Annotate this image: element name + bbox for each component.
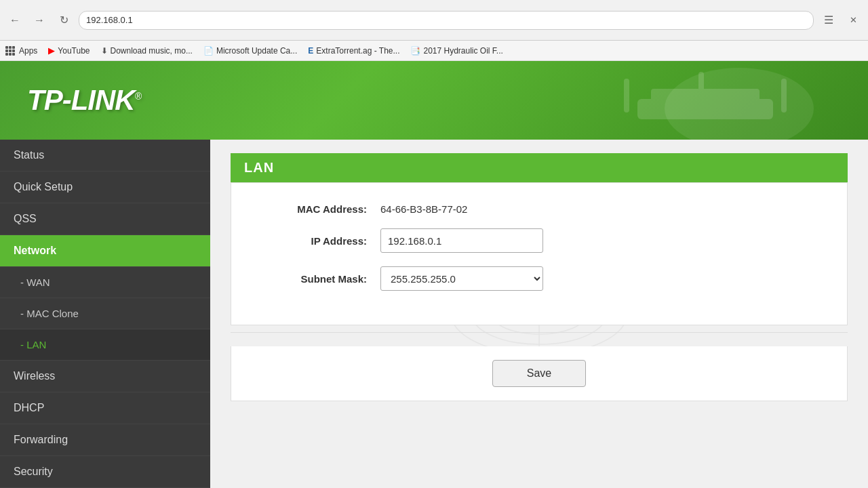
content-inner: LAN MAC Address: 64-66-B3-8B-77-02 bbox=[210, 140, 868, 415]
subnet-mask-select[interactable]: 255.255.255.0 255.255.0.0 255.0.0.0 bbox=[380, 266, 543, 291]
sidebar: Status Quick Setup QSS Network - WAN - M… bbox=[0, 140, 210, 488]
bookmark-hydraulic-label: 2017 Hydraulic Oil F... bbox=[423, 46, 502, 56]
svg-rect-3 bbox=[781, 79, 787, 113]
subnet-mask-row: Subnet Mask: 255.255.255.0 255.255.0.0 2… bbox=[245, 266, 833, 291]
ip-address-label: IP Address: bbox=[245, 235, 380, 247]
sidebar-item-wireless[interactable]: Wireless bbox=[0, 361, 210, 392]
back-button[interactable]: ← bbox=[5, 11, 24, 30]
tp-link-header: TP-LINK® bbox=[0, 61, 868, 140]
form-divider bbox=[231, 332, 848, 333]
forward-button[interactable]: → bbox=[30, 11, 49, 30]
sidebar-item-forwarding[interactable]: Forwarding bbox=[0, 424, 210, 456]
ip-address-row: IP Address: bbox=[245, 228, 833, 253]
et-icon: E bbox=[308, 46, 313, 56]
download-icon: ⬇ bbox=[101, 46, 108, 56]
mac-address-row: MAC Address: 64-66-B3-8B-77-02 bbox=[245, 203, 833, 215]
main-area: Status Quick Setup QSS Network - WAN - M… bbox=[0, 140, 868, 488]
bookmark-apps-label: Apps bbox=[19, 46, 37, 56]
bookmark-download[interactable]: ⬇ Download music, mo... bbox=[101, 46, 193, 56]
document-icon: 📄 bbox=[203, 46, 214, 56]
menu-button[interactable]: ☰ bbox=[819, 11, 838, 30]
close-button[interactable]: ✕ bbox=[844, 11, 863, 30]
save-section: Save bbox=[231, 346, 848, 401]
subnet-mask-label: Subnet Mask: bbox=[245, 273, 380, 285]
mac-address-label: MAC Address: bbox=[245, 203, 380, 215]
refresh-button[interactable]: ↻ bbox=[54, 11, 73, 30]
youtube-icon: ▶ bbox=[48, 45, 55, 56]
svg-rect-4 bbox=[698, 72, 704, 102]
bookmark-microsoft[interactable]: 📄 Microsoft Update Ca... bbox=[203, 46, 297, 56]
bookmark-download-label: Download music, mo... bbox=[111, 46, 193, 56]
bookmark-et-label: ExtraTorrent.ag - The... bbox=[316, 46, 399, 56]
sidebar-item-quick-setup[interactable]: Quick Setup bbox=[0, 171, 210, 203]
bookmark-youtube[interactable]: ▶ YouTube bbox=[48, 45, 90, 56]
logo-trademark: ® bbox=[135, 91, 141, 102]
apps-grid-icon bbox=[5, 46, 15, 56]
save-button[interactable]: Save bbox=[492, 360, 586, 387]
ip-address-input[interactable] bbox=[380, 228, 543, 253]
sidebar-item-status[interactable]: Status bbox=[0, 140, 210, 171]
address-bar[interactable] bbox=[79, 11, 814, 30]
bookmark-extratorrents[interactable]: E ExtraTorrent.ag - The... bbox=[308, 46, 399, 56]
svg-point-6 bbox=[675, 109, 682, 116]
tp-link-logo: TP-LINK® bbox=[27, 84, 141, 117]
bookmark-youtube-label: YouTube bbox=[58, 46, 90, 56]
mac-address-value: 64-66-B3-8B-77-02 bbox=[380, 203, 467, 215]
sidebar-item-network[interactable]: Network bbox=[0, 235, 210, 267]
svg-rect-2 bbox=[624, 79, 629, 113]
form-section: MAC Address: 64-66-B3-8B-77-02 IP Addres… bbox=[231, 182, 848, 325]
router-decoration bbox=[610, 61, 800, 140]
svg-rect-1 bbox=[651, 89, 760, 102]
bookmarks-bar: Apps ▶ YouTube ⬇ Download music, mo... 📄… bbox=[0, 41, 868, 61]
bookmark-microsoft-label: Microsoft Update Ca... bbox=[216, 46, 297, 56]
section-header: LAN bbox=[231, 153, 848, 182]
svg-point-5 bbox=[661, 109, 668, 116]
sidebar-item-lan[interactable]: - LAN bbox=[0, 329, 210, 361]
content-panel: LAN MAC Address: 64-66-B3-8B-77-02 bbox=[210, 140, 868, 488]
sidebar-item-security[interactable]: Security bbox=[0, 456, 210, 488]
sidebar-item-wan[interactable]: - WAN bbox=[0, 267, 210, 298]
svg-point-7 bbox=[688, 109, 695, 116]
bookmark-hydraulic[interactable]: 📑 2017 Hydraulic Oil F... bbox=[410, 46, 502, 56]
doc2-icon: 📑 bbox=[410, 46, 420, 56]
browser-toolbar: ← → ↻ ☰ ✕ bbox=[0, 0, 868, 41]
bookmark-apps[interactable]: Apps bbox=[5, 46, 37, 56]
logo-text: TP-LINK bbox=[27, 84, 135, 116]
sidebar-item-mac-clone[interactable]: - MAC Clone bbox=[0, 298, 210, 329]
page-wrapper: TP-LINK® Status Quick Setup bbox=[0, 61, 868, 488]
sidebar-item-dhcp[interactable]: DHCP bbox=[0, 392, 210, 424]
sidebar-item-qss[interactable]: QSS bbox=[0, 203, 210, 235]
